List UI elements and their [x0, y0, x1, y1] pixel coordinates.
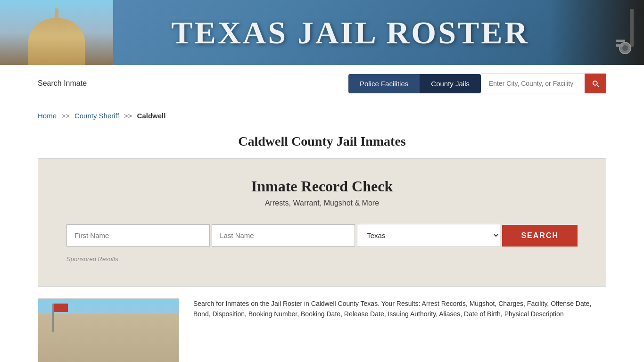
bottom-description: Search for Inmates on the Jail Roster in…	[193, 298, 606, 320]
capitol-dome	[28, 18, 85, 65]
breadcrumb: Home >> County Sheriff >> Caldwell	[0, 102, 644, 129]
nav-buttons: Police Facilities County Jails	[348, 74, 606, 93]
facility-search-button[interactable]	[585, 74, 606, 93]
header-banner: Texas Jail Roster	[0, 0, 644, 65]
site-title: Texas Jail Roster	[171, 14, 529, 51]
inmate-record-check-title: Inmate Record Check	[66, 178, 578, 195]
breadcrumb-current: Caldwell	[137, 112, 166, 120]
search-fields: AlabamaAlaskaArizonaArkansasCaliforniaCo…	[66, 224, 578, 247]
svg-rect-0	[630, 9, 634, 47]
first-name-input[interactable]	[66, 224, 210, 247]
search-inmate-label: Search Inmate	[38, 79, 87, 88]
state-select[interactable]: AlabamaAlaskaArizonaArkansasCaliforniaCo…	[357, 224, 500, 247]
keys-icon	[602, 7, 644, 58]
bottom-section: Search for Inmates on the Jail Roster in…	[38, 298, 606, 362]
flag	[54, 304, 68, 312]
search-submit-button[interactable]: SEARCH	[502, 225, 578, 247]
breadcrumb-home[interactable]: Home	[38, 112, 57, 120]
sponsored-results-label: Sponsored Results	[66, 255, 578, 263]
facility-image	[38, 298, 179, 362]
svg-rect-4	[616, 44, 623, 47]
inmate-record-check-subtitle: Arrests, Warrant, Mugshot & More	[66, 199, 578, 207]
nav-bar: Search Inmate Police Facilities County J…	[0, 65, 644, 102]
breadcrumb-county-sheriff[interactable]: County Sheriff	[74, 112, 119, 120]
breadcrumb-sep1: >>	[61, 112, 70, 120]
facility-search-input[interactable]	[481, 74, 585, 93]
county-jails-button[interactable]: County Jails	[420, 74, 481, 93]
building-shape	[38, 314, 179, 362]
breadcrumb-sep2: >>	[124, 112, 132, 120]
svg-rect-3	[616, 40, 625, 42]
last-name-input[interactable]	[212, 224, 355, 247]
banner-image-left	[0, 0, 113, 65]
page-title: Caldwell County Jail Inmates	[0, 134, 644, 149]
search-icon	[591, 79, 600, 88]
police-facilities-button[interactable]: Police Facilities	[348, 74, 420, 93]
banner-image-right	[550, 0, 644, 65]
inmate-search-container: Inmate Record Check Arrests, Warrant, Mu…	[38, 158, 606, 287]
